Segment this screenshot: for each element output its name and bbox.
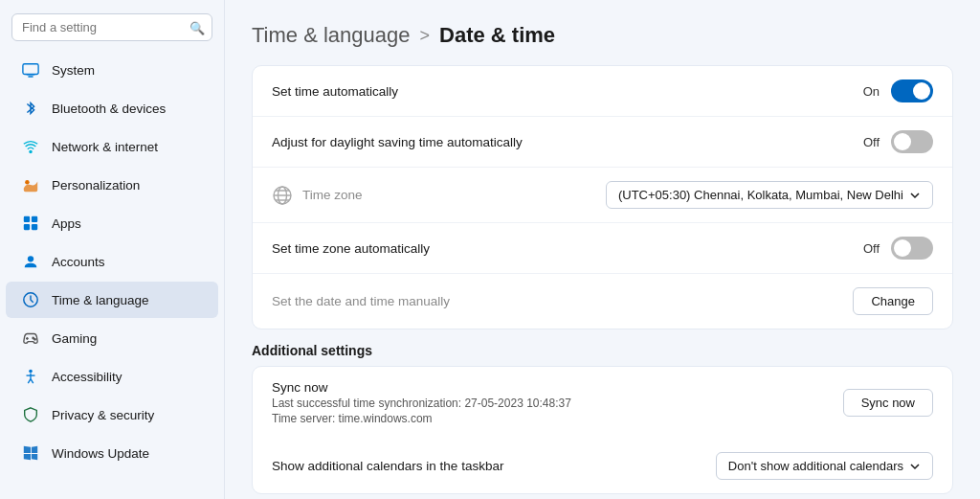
sidebar-item-apps-label: Apps — [52, 216, 81, 231]
sidebar-item-bluetooth-label: Bluetooth & devices — [52, 102, 166, 116]
time-zone-dropdown[interactable]: (UTC+05:30) Chennai, Kolkata, Mumbai, Ne… — [606, 181, 933, 209]
sidebar-item-system-label: System — [52, 63, 95, 78]
sidebar-item-gaming-label: Gaming — [52, 331, 97, 346]
bluetooth-icon — [21, 99, 40, 118]
sidebar-item-personalization[interactable]: Personalization — [6, 167, 218, 203]
gaming-icon — [21, 329, 40, 348]
sync-sub2: Time server: time.windows.com — [272, 412, 571, 425]
sidebar-item-accessibility[interactable]: Accessibility — [6, 358, 218, 395]
svg-rect-0 — [23, 64, 38, 75]
system-icon — [21, 60, 40, 79]
sidebar-item-windows-update[interactable]: Windows Update — [6, 435, 218, 471]
svg-point-4 — [25, 180, 30, 185]
sidebar-item-accessibility-label: Accessibility — [52, 370, 122, 384]
accounts-icon — [21, 252, 40, 271]
set-timezone-auto-label: Set time zone automatically — [272, 241, 430, 256]
svg-rect-6 — [32, 216, 37, 222]
time-zone-row-left: Time zone — [272, 185, 363, 206]
breadcrumb: Time & language > Date & time — [252, 23, 953, 48]
privacy-security-icon — [21, 405, 40, 424]
svg-rect-2 — [27, 75, 35, 76]
accessibility-icon — [21, 367, 40, 386]
svg-line-18 — [28, 379, 31, 384]
personalization-icon — [21, 175, 40, 194]
set-timezone-auto-toggle-label: Off — [863, 241, 880, 256]
svg-rect-7 — [24, 224, 30, 230]
chevron-down-icon — [909, 190, 921, 201]
time-language-icon — [21, 290, 40, 309]
sidebar-item-accounts[interactable]: Accounts — [6, 243, 218, 280]
apps-icon — [21, 214, 40, 233]
sidebar-item-windows-update-label: Windows Update — [52, 446, 149, 461]
sidebar-item-time-language-label: Time & language — [52, 293, 149, 307]
sidebar-item-network-label: Network & internet — [52, 140, 158, 154]
daylight-saving-toggle-wrap: Off — [863, 130, 933, 153]
svg-rect-8 — [32, 224, 37, 230]
sync-info: Sync now Last successful time synchroniz… — [272, 380, 571, 425]
network-icon — [21, 137, 40, 156]
svg-point-15 — [29, 370, 33, 374]
breadcrumb-parent[interactable]: Time & language — [252, 23, 411, 48]
time-zone-value: (UTC+05:30) Chennai, Kolkata, Mumbai, Ne… — [618, 188, 903, 202]
svg-point-9 — [28, 256, 33, 261]
svg-point-3 — [30, 150, 32, 152]
breadcrumb-current: Date & time — [439, 23, 555, 48]
svg-rect-5 — [24, 216, 30, 222]
set-time-auto-toggle[interactable] — [891, 79, 933, 102]
daylight-saving-toggle[interactable] — [891, 130, 933, 153]
sidebar-item-bluetooth[interactable]: Bluetooth & devices — [6, 90, 218, 126]
sync-row: Sync now Last successful time synchroniz… — [253, 367, 952, 439]
set-date-manual-label: Set the date and time manually — [272, 294, 450, 308]
sidebar-item-privacy-security-label: Privacy & security — [52, 408, 154, 422]
change-button[interactable]: Change — [853, 287, 933, 315]
sidebar-item-apps[interactable]: Apps — [6, 205, 218, 241]
sidebar-item-system[interactable]: System — [6, 52, 218, 88]
sidebar: 🔍 System Bluetooth & devices — [0, 0, 225, 499]
calendars-label: Show additional calendars in the taskbar — [272, 459, 503, 473]
sync-now-button[interactable]: Sync now — [843, 389, 933, 417]
settings-section-main: Set time automatically On Adjust for day… — [252, 65, 953, 329]
time-zone-label: Time zone — [302, 188, 363, 202]
set-timezone-auto-toggle[interactable] — [891, 237, 933, 260]
search-input[interactable] — [11, 13, 212, 41]
set-time-auto-toggle-label: On — [863, 84, 880, 99]
set-time-auto-toggle-wrap: On — [863, 79, 933, 102]
svg-rect-1 — [28, 76, 33, 77]
row-set-time-auto: Set time automatically On — [253, 66, 952, 117]
set-time-auto-label: Set time automatically — [272, 84, 398, 99]
windows-update-icon — [21, 443, 40, 463]
additional-settings-heading: Additional settings — [252, 343, 953, 358]
row-set-timezone-auto: Set time zone automatically Off — [253, 223, 952, 274]
settings-section-additional: Sync now Last successful time synchroniz… — [252, 366, 953, 494]
calendars-chevron-icon — [909, 461, 921, 472]
sidebar-item-gaming[interactable]: Gaming — [6, 320, 218, 356]
daylight-saving-label: Adjust for daylight saving time automati… — [272, 135, 523, 149]
breadcrumb-separator: > — [420, 26, 431, 46]
row-calendars: Show additional calendars in the taskbar… — [253, 439, 952, 493]
search-box[interactable]: 🔍 — [11, 13, 212, 41]
sync-sub1: Last successful time synchronization: 27… — [272, 397, 571, 410]
daylight-saving-toggle-label: Off — [863, 135, 880, 149]
timezone-globe-icon — [272, 185, 293, 206]
svg-point-13 — [33, 337, 33, 338]
main-content: Time & language > Date & time Set time a… — [225, 0, 980, 499]
calendars-dropdown-value: Don't show additional calendars — [728, 459, 903, 473]
row-set-date-manual: Set the date and time manually Change — [253, 274, 952, 329]
sidebar-item-personalization-label: Personalization — [52, 178, 140, 193]
sidebar-item-privacy-security[interactable]: Privacy & security — [6, 397, 218, 433]
sidebar-item-accounts-label: Accounts — [52, 255, 105, 269]
svg-point-14 — [34, 339, 35, 340]
svg-line-19 — [31, 379, 33, 384]
sidebar-item-network[interactable]: Network & internet — [6, 128, 218, 165]
row-daylight-saving: Adjust for daylight saving time automati… — [253, 117, 952, 168]
calendars-dropdown[interactable]: Don't show additional calendars — [716, 452, 933, 480]
sync-title: Sync now — [272, 380, 571, 395]
set-timezone-auto-toggle-wrap: Off — [863, 237, 933, 260]
row-time-zone: Time zone (UTC+05:30) Chennai, Kolkata, … — [253, 168, 952, 223]
sidebar-item-time-language[interactable]: Time & language — [6, 282, 218, 318]
